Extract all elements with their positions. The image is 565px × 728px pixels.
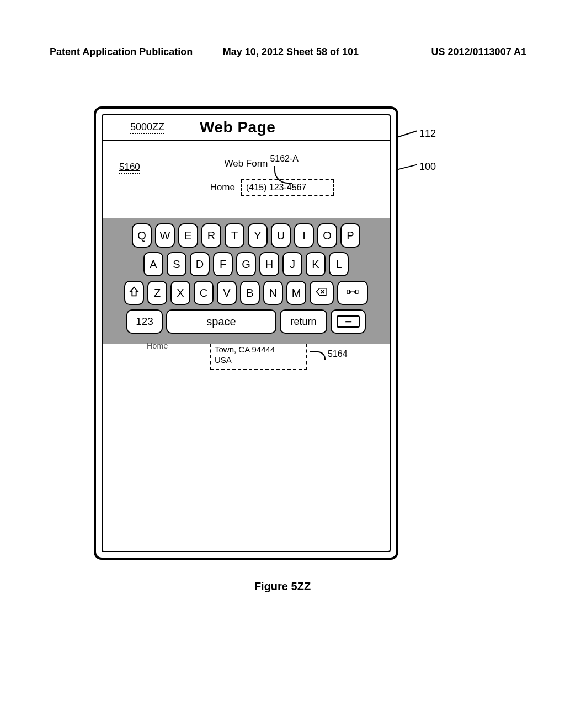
- split-keyboard-icon: [347, 286, 359, 301]
- onscreen-keyboard: Q W E R T Y U I O P A S D F G H J K L: [103, 218, 390, 344]
- form-title: Web Form: [107, 158, 385, 169]
- figure-caption: Figure 5ZZ: [0, 580, 565, 593]
- key-f[interactable]: F: [213, 252, 233, 276]
- address-line-2: USA: [215, 355, 303, 366]
- key-return[interactable]: return: [280, 309, 327, 334]
- kbd-row-1: Q W E R T Y U I O P: [107, 223, 385, 248]
- callout-5164: 5164: [328, 349, 348, 359]
- kbd-row-3: Z X C V B N M: [107, 281, 385, 305]
- titlebar-ref: 5000ZZ: [130, 121, 164, 134]
- key-x[interactable]: X: [170, 281, 190, 305]
- header-right: US 2012/0113007 A1: [431, 46, 526, 58]
- form-label-home: Home: [158, 182, 235, 193]
- key-v[interactable]: V: [217, 281, 237, 305]
- key-i[interactable]: I: [294, 223, 314, 248]
- kbd-row-2: A S D F G H J K L: [107, 252, 385, 276]
- key-split-keyboard[interactable]: [337, 281, 368, 305]
- key-w[interactable]: W: [155, 223, 175, 248]
- kbd-row-4: 123 space return ▪▪▪▪▪: [107, 309, 385, 334]
- svg-rect-1: [356, 290, 358, 293]
- key-o[interactable]: O: [317, 223, 337, 248]
- key-q[interactable]: Q: [132, 223, 152, 248]
- key-s[interactable]: S: [167, 252, 186, 276]
- svg-rect-0: [347, 290, 349, 293]
- key-z[interactable]: Z: [147, 281, 167, 305]
- key-g[interactable]: G: [236, 252, 256, 276]
- web-form-area: 5160 Web Form 5162-A Home (415) 123-4567: [103, 141, 390, 218]
- ref-112: 112: [419, 128, 436, 140]
- key-l[interactable]: L: [329, 252, 349, 276]
- screen: 5000ZZ Web Page 5160 Web Form 5162-A Hom…: [102, 114, 391, 552]
- key-t[interactable]: T: [225, 223, 244, 248]
- below-keyboard-area: Home Town, CA 94444 USA 5164: [103, 344, 390, 370]
- shift-icon: [128, 286, 140, 301]
- key-c[interactable]: C: [194, 281, 214, 305]
- key-a[interactable]: A: [143, 252, 163, 276]
- header-left: Patent Application Publication: [50, 46, 193, 58]
- header-mid: May 10, 2012 Sheet 58 of 101: [215, 46, 359, 58]
- key-m[interactable]: M: [286, 281, 306, 305]
- key-p[interactable]: P: [340, 223, 360, 248]
- key-y[interactable]: Y: [248, 223, 268, 248]
- page-title: Web Page: [200, 119, 275, 136]
- titlebar: 5000ZZ Web Page: [103, 115, 390, 141]
- key-shift[interactable]: [124, 281, 144, 305]
- form-ref: 5160: [119, 162, 140, 174]
- key-d[interactable]: D: [190, 252, 210, 276]
- key-backspace[interactable]: [310, 281, 334, 305]
- key-u[interactable]: U: [271, 223, 291, 248]
- ref-100: 100: [419, 161, 436, 173]
- key-space[interactable]: space: [166, 309, 276, 334]
- callout-5162a: 5162-A: [270, 154, 299, 164]
- key-b[interactable]: B: [240, 281, 260, 305]
- key-numbers[interactable]: 123: [126, 309, 163, 334]
- page-header: Patent Application Publication May 10, 2…: [50, 46, 526, 58]
- key-dismiss-keyboard[interactable]: ▪▪▪▪▪: [331, 309, 366, 334]
- row-label-home-obscured: Home: [147, 341, 168, 350]
- key-h[interactable]: H: [259, 252, 279, 276]
- address-field[interactable]: Town, CA 94444 USA: [210, 344, 307, 370]
- key-n[interactable]: N: [263, 281, 283, 305]
- address-line-1: Town, CA 94444: [215, 345, 303, 355]
- form-row-phone: Home (415) 123-4567: [107, 179, 385, 196]
- key-j[interactable]: J: [282, 252, 302, 276]
- key-e[interactable]: E: [178, 223, 198, 248]
- device-frame: 5000ZZ Web Page 5160 Web Form 5162-A Hom…: [94, 106, 398, 560]
- backspace-icon: [316, 286, 328, 301]
- key-r[interactable]: R: [201, 223, 221, 248]
- key-k[interactable]: K: [306, 252, 326, 276]
- dismiss-keyboard-icon: ▪▪▪▪▪: [337, 315, 360, 328]
